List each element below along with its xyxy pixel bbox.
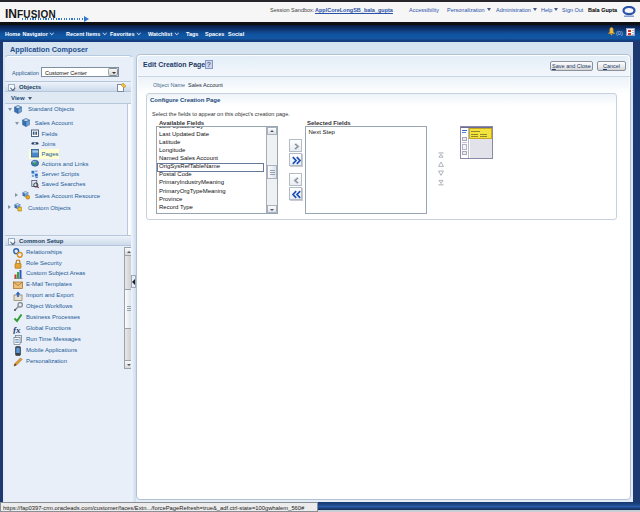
svg-text:fx: fx (13, 324, 21, 334)
